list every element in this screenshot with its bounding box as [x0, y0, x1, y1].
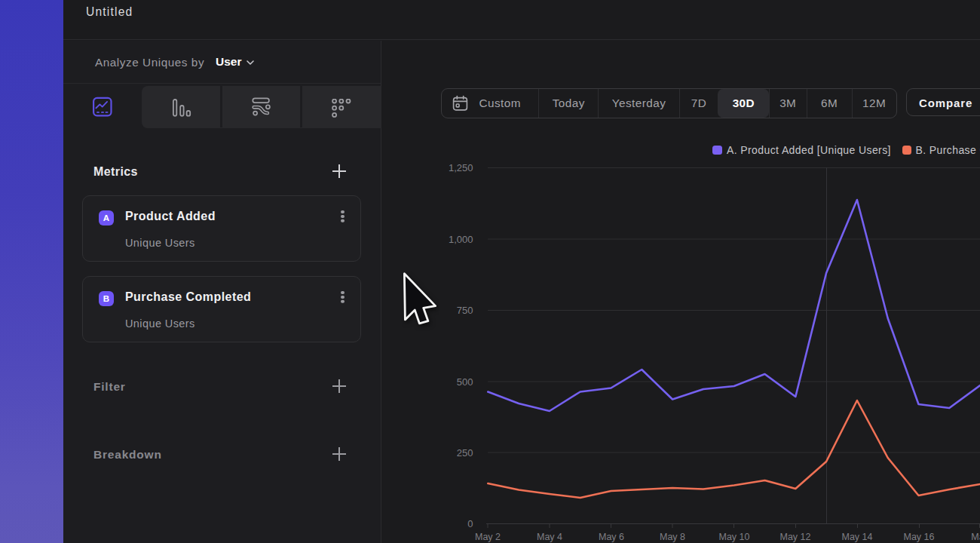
- svg-text:0: 0: [467, 518, 473, 529]
- svg-text:500: 500: [457, 376, 473, 388]
- svg-text:May 14: May 14: [842, 532, 873, 542]
- svg-text:1,000: 1,000: [449, 234, 473, 245]
- svg-text:May 2: May 2: [475, 532, 501, 542]
- svg-text:Ma: Ma: [971, 532, 980, 542]
- svg-text:250: 250: [457, 447, 473, 459]
- svg-text:1,250: 1,250: [449, 162, 473, 173]
- svg-text:May 10: May 10: [719, 532, 750, 542]
- svg-text:May 12: May 12: [780, 532, 811, 542]
- svg-text:May 4: May 4: [537, 532, 562, 542]
- svg-text:May 6: May 6: [599, 532, 624, 542]
- svg-text:May 16: May 16: [904, 532, 935, 542]
- svg-text:May 8: May 8: [660, 532, 685, 542]
- svg-text:750: 750: [457, 305, 473, 316]
